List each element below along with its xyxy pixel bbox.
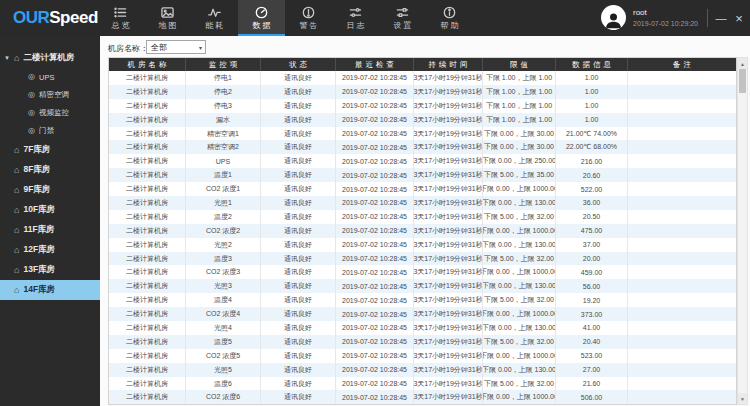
table-row[interactable]: 二楼计算机房停电1通讯良好2019-07-02 10:28:453天17小时19…	[109, 71, 736, 85]
table-row[interactable]: 二楼计算机房CO2 浓度4通讯良好2019-07-02 10:28:453天17…	[109, 307, 736, 321]
table-row[interactable]: 二楼计算机房停电2通讯良好2019-07-02 10:28:453天17小时19…	[109, 85, 736, 99]
nav-item-alerts[interactable]: 警告	[285, 0, 332, 36]
sidebar-item-12f[interactable]: ⌂12F库房	[0, 240, 100, 260]
table-row[interactable]: 二楼计算机房温度6通讯良好2019-07-02 10:28:453天17小时19…	[109, 377, 736, 391]
cell-limit: 下限 1.00，上限 1.00	[483, 99, 556, 113]
cell-note	[628, 224, 736, 238]
cell-checked: 2019-07-02 10:28:45	[336, 265, 414, 279]
main-nav: 总览 地图 能耗 数据 警告 日志 设置 帮助	[97, 0, 473, 36]
vertical-scrollbar[interactable]: ▲ ▼	[737, 57, 748, 405]
monitor-table: 机房名称监控项状态最近检查持续时间限值数据信息备注 二楼计算机房停电1通讯良好2…	[108, 57, 737, 405]
cell-value: 475.00	[556, 224, 628, 238]
table-row[interactable]: 二楼计算机房CO2 浓度1通讯良好2019-07-02 10:28:453天17…	[109, 182, 736, 196]
help-icon	[443, 6, 456, 19]
nav-item-data[interactable]: 数据	[238, 0, 285, 36]
home-icon: ⌂	[14, 146, 19, 155]
table-row[interactable]: 二楼计算机房CO2 浓度2通讯良好2019-07-02 10:28:453天17…	[109, 224, 736, 238]
sidebar-item-13f[interactable]: ⌂13F库房	[0, 260, 100, 280]
table-row[interactable]: 二楼计算机房漏水通讯良好2019-07-02 10:28:453天17小时19分…	[109, 113, 736, 127]
sidebar-item-8f[interactable]: ⌂8F库房	[0, 160, 100, 180]
table-row[interactable]: 二楼计算机房CO2 浓度3通讯良好2019-07-02 10:28:453天17…	[109, 265, 736, 279]
cell-checked: 2019-07-02 10:28:45	[336, 99, 414, 113]
nav-item-logs[interactable]: 日志	[332, 0, 379, 36]
sidebar-item-video[interactable]: ◎视频监控	[0, 104, 100, 122]
sidebar-item-door[interactable]: ◎门禁	[0, 122, 100, 140]
scrollbar-thumb[interactable]	[739, 69, 746, 93]
table-row[interactable]: 二楼计算机房光照3通讯良好2019-07-02 10:28:453天17小时19…	[109, 279, 736, 293]
sidebar-item-14f[interactable]: ⌂14F库房	[0, 280, 100, 300]
table-row[interactable]: 二楼计算机房温度3通讯良好2019-07-02 10:28:453天17小时19…	[109, 252, 736, 266]
cell-checked: 2019-07-02 10:28:45	[336, 363, 414, 377]
sidebar-item-floor2-room[interactable]: ▼⌂二楼计算机房	[0, 48, 100, 68]
cell-note	[628, 168, 736, 182]
cell-monitor: 漏水	[186, 113, 261, 127]
table-row[interactable]: 二楼计算机房精密空调2通讯良好2019-07-02 10:28:453天17小时…	[109, 140, 736, 154]
minimize-button[interactable]: —	[713, 0, 729, 36]
cell-note	[628, 99, 736, 113]
settings-icon	[396, 6, 409, 19]
home-icon: ⌂	[14, 286, 19, 295]
cell-note	[628, 182, 736, 196]
cell-duration: 3天17小时19分钟31秒	[414, 238, 483, 252]
list-icon	[114, 6, 127, 19]
cell-duration: 3天17小时19分钟31秒	[414, 265, 483, 279]
cell-status: 通讯良好	[261, 390, 336, 404]
sidebar-item-9f[interactable]: ⌂9F库房	[0, 180, 100, 200]
home-icon: ⌂	[14, 226, 19, 235]
cell-status: 通讯良好	[261, 99, 336, 113]
close-button[interactable]: ×	[731, 0, 747, 36]
sidebar-item-precision-ac[interactable]: ◎精密空调	[0, 86, 100, 104]
table-row[interactable]: 二楼计算机房光照4通讯良好2019-07-02 10:28:453天17小时19…	[109, 321, 736, 335]
table-row[interactable]: 二楼计算机房光照1通讯良好2019-07-02 10:28:453天17小时19…	[109, 196, 736, 210]
titlebar-divider	[707, 9, 708, 27]
cell-monitor: 光照1	[186, 196, 261, 210]
cell-duration: 3天17小时19分钟31秒	[414, 363, 483, 377]
cell-status: 通讯良好	[261, 71, 336, 85]
table-row[interactable]: 二楼计算机房光照2通讯良好2019-07-02 10:28:453天17小时19…	[109, 238, 736, 252]
sidebar-item-11f[interactable]: ⌂11F库房	[0, 220, 100, 240]
table-row[interactable]: 二楼计算机房CO2 浓度6通讯良好2019-07-02 10:28:453天17…	[109, 390, 736, 404]
nav-item-energy[interactable]: 能耗	[191, 0, 238, 36]
cell-status: 通讯良好	[261, 307, 336, 321]
room-filter-select[interactable]: 全部 ▾	[146, 40, 206, 54]
cell-limit: 下限 0.00，上限 30.00	[483, 140, 556, 154]
gauge-icon	[255, 6, 268, 19]
sidebar-item-10f[interactable]: ⌂10F库房	[0, 200, 100, 220]
cell-value: 373.00	[556, 307, 628, 321]
table-row[interactable]: 二楼计算机房停电3通讯良好2019-07-02 10:28:453天17小时19…	[109, 99, 736, 113]
sidebar-item-7f[interactable]: ⌂7F库房	[0, 140, 100, 160]
table-row[interactable]: 二楼计算机房CO2 浓度5通讯良好2019-07-02 10:28:453天17…	[109, 349, 736, 363]
cell-limit: 下限 0.00，上限 130.00	[483, 363, 556, 377]
nav-item-label: 总览	[110, 22, 132, 30]
nav-item-overview[interactable]: 总览	[97, 0, 144, 36]
cell-value: 20.50	[556, 210, 628, 224]
sidebar-item-ups[interactable]: ◎UPS	[0, 68, 100, 86]
cell-limit: 下限 0.00，上限 250.00	[483, 154, 556, 168]
cell-note	[628, 363, 736, 377]
table-row[interactable]: 二楼计算机房温度5通讯良好2019-07-02 10:28:453天17小时19…	[109, 335, 736, 349]
cell-room: 二楼计算机房	[109, 335, 186, 349]
cell-status: 通讯良好	[261, 154, 336, 168]
table-row[interactable]: 二楼计算机房温度4通讯良好2019-07-02 10:28:453天17小时19…	[109, 293, 736, 307]
home-icon: ⌂	[14, 246, 19, 255]
cell-limit: 下限 0.00，上限 1000.00	[483, 307, 556, 321]
nav-item-help[interactable]: 帮助	[426, 0, 473, 36]
cell-value: 523.00	[556, 349, 628, 363]
table-row[interactable]: 二楼计算机房温度1通讯良好2019-07-02 10:28:453天17小时19…	[109, 168, 736, 182]
sidebar-item-label: 13F库房	[23, 264, 55, 276]
nav-item-map[interactable]: 地图	[144, 0, 191, 36]
nav-item-settings[interactable]: 设置	[379, 0, 426, 36]
table-row[interactable]: 二楼计算机房精密空调1通讯良好2019-07-02 10:28:453天17小时…	[109, 127, 736, 141]
cell-value: 20.00	[556, 252, 628, 266]
scroll-down-button[interactable]: ▼	[738, 393, 747, 404]
table-row[interactable]: 二楼计算机房UPS通讯良好2019-07-02 10:28:453天17小时19…	[109, 154, 736, 168]
cell-value: 216.00	[556, 154, 628, 168]
avatar[interactable]	[601, 5, 626, 30]
table-row[interactable]: 二楼计算机房光照5通讯良好2019-07-02 10:28:453天17小时19…	[109, 363, 736, 377]
user-name: root	[633, 8, 698, 17]
cell-limit: 下限 5.00，上限 32.00	[483, 377, 556, 391]
table-row[interactable]: 二楼计算机房温度2通讯良好2019-07-02 10:28:453天17小时19…	[109, 210, 736, 224]
cell-status: 通讯良好	[261, 140, 336, 154]
scroll-up-button[interactable]: ▲	[738, 58, 747, 69]
cell-duration: 3天17小时19分钟31秒	[414, 85, 483, 99]
